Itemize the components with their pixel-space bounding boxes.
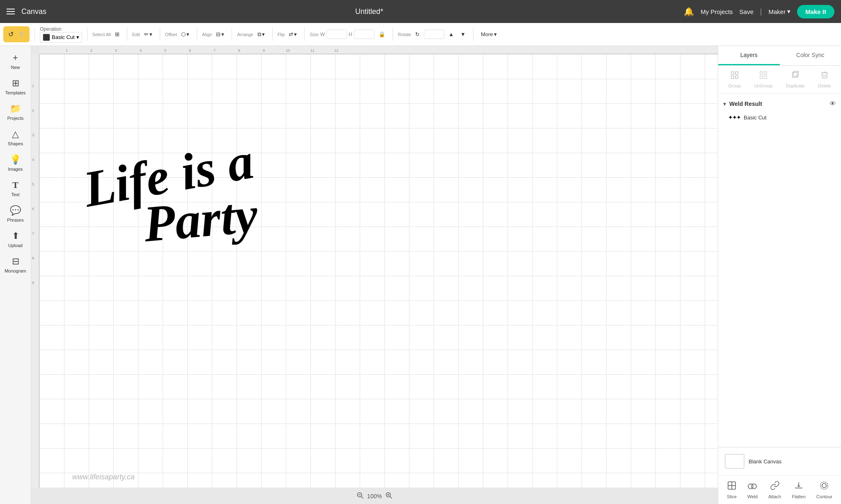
lock-icon: 🔒 xyxy=(379,31,385,37)
projects-icon: 📁 xyxy=(10,103,21,114)
flatten-label: Flatten xyxy=(792,494,806,499)
more-button[interactable]: More ▾ xyxy=(478,30,499,39)
tab-color-sync[interactable]: Color Sync xyxy=(780,46,841,65)
flip-button[interactable]: ⇄ ▾ xyxy=(286,30,299,39)
visibility-toggle-icon[interactable]: 👁 xyxy=(830,100,836,108)
contour-button[interactable]: Contour xyxy=(813,479,836,501)
sidebar-item-templates[interactable]: ⊞ Templates xyxy=(2,75,30,99)
zoom-in-button[interactable] xyxy=(385,492,393,501)
sidebar-item-images[interactable]: 💡 Images xyxy=(2,151,30,175)
svg-point-49 xyxy=(820,482,828,489)
svg-text:1: 1 xyxy=(32,84,34,88)
bell-icon[interactable]: 🔔 xyxy=(684,7,694,16)
images-icon: 💡 xyxy=(10,154,21,165)
weld-button[interactable]: Weld xyxy=(744,479,761,501)
rotate-input[interactable] xyxy=(424,30,444,39)
maker-label: Maker xyxy=(768,8,786,15)
ungroup-button[interactable]: UnGroup xyxy=(751,69,776,90)
toolbar-separator-1 xyxy=(34,28,35,41)
redo-button[interactable]: ↻ xyxy=(17,29,27,40)
delete-icon xyxy=(820,71,829,82)
align-button[interactable]: ⊟ ▾ xyxy=(214,30,227,39)
sidebar-item-upload[interactable]: ⬆ Upload xyxy=(2,227,30,251)
arrange-icon: ⧉ xyxy=(257,31,261,38)
attach-icon xyxy=(770,481,780,493)
delete-label: Delete xyxy=(818,83,831,88)
group-label: Group xyxy=(728,83,741,88)
topbar-divider: | xyxy=(760,7,762,16)
upload-icon: ⬆ xyxy=(12,231,19,241)
attach-button[interactable]: Attach xyxy=(765,479,784,501)
edit-button[interactable]: ✏ ▾ xyxy=(142,30,155,39)
toolbar-separator-9 xyxy=(393,28,393,41)
weld-icon xyxy=(747,481,757,493)
sidebar-item-phrases[interactable]: 💬 Phrases xyxy=(2,202,30,226)
toolbar-separator-8 xyxy=(304,28,305,41)
right-panel-bottom: Blank Canvas xyxy=(718,447,841,475)
canvas-zoom-controls: 100% xyxy=(356,492,393,501)
offset-group: Offset ⬡ ▾ xyxy=(165,30,192,39)
arrange-button[interactable]: ⧉ ▾ xyxy=(255,30,267,39)
flatten-icon xyxy=(794,481,804,493)
my-projects-link[interactable]: My Projects xyxy=(701,8,733,15)
rotate-label: Rotate xyxy=(398,32,411,37)
svg-text:Party: Party xyxy=(141,186,260,251)
lock-ratio-button[interactable]: 🔒 xyxy=(376,30,388,39)
menu-icon[interactable] xyxy=(7,9,15,14)
offset-label: Offset xyxy=(165,32,177,37)
flatten-button[interactable]: Flatten xyxy=(788,479,809,501)
save-button[interactable]: Save xyxy=(740,8,754,15)
maker-dropdown[interactable]: Maker ▾ xyxy=(768,8,790,15)
sidebar-item-projects[interactable]: 📁 Projects xyxy=(2,100,30,124)
tab-layers-label: Layers xyxy=(740,52,758,58)
blank-canvas-button[interactable]: Blank Canvas xyxy=(723,452,836,470)
edit-label: Edit xyxy=(132,32,140,37)
make-it-button[interactable]: Make It xyxy=(797,5,834,18)
select-all-button[interactable]: ⊞ xyxy=(113,30,122,39)
undo-button[interactable]: ↺ xyxy=(6,29,16,40)
group-button[interactable]: Group xyxy=(725,69,744,90)
rotate-stepper-down[interactable]: ▼ xyxy=(458,30,468,39)
svg-line-26 xyxy=(361,497,363,499)
slice-button[interactable]: Slice xyxy=(724,479,740,501)
sidebar-item-label-monogram: Monogram xyxy=(5,268,26,273)
svg-point-46 xyxy=(751,484,756,489)
canvas-area[interactable]: 1 2 3 4 5 6 7 8 9 10 11 12 1 2 3 4 xyxy=(31,46,718,504)
operation-value: Basic Cut xyxy=(52,34,75,40)
sidebar-item-new[interactable]: + New xyxy=(2,49,30,73)
tab-layers[interactable]: Layers xyxy=(718,46,780,65)
sidebar-item-text[interactable]: T Text xyxy=(2,176,30,200)
sidebar-item-shapes[interactable]: △ Shapes xyxy=(2,126,30,149)
rotate-stepper-up[interactable]: ▲ xyxy=(446,30,456,39)
duplicate-button[interactable]: Duplicate xyxy=(783,69,808,90)
delete-button[interactable]: Delete xyxy=(815,69,834,90)
zoom-out-button[interactable] xyxy=(356,492,364,501)
width-input[interactable] xyxy=(326,30,347,39)
sidebar-item-label-text: Text xyxy=(11,192,19,197)
layer-basic-cut[interactable]: ✦✦✦ Basic Cut xyxy=(722,111,838,124)
offset-button[interactable]: ⬡ ▾ xyxy=(179,30,192,39)
align-icon: ⊟ xyxy=(216,31,221,37)
layers-weld-result-header[interactable]: ▾ Weld Result 👁 xyxy=(722,97,838,111)
weld-label: Weld xyxy=(747,494,758,499)
svg-text:7: 7 xyxy=(32,231,34,236)
toolbar-separator-7 xyxy=(272,28,273,41)
right-panel-tabs: Layers Color Sync xyxy=(718,46,841,66)
contour-icon xyxy=(819,481,829,493)
svg-text:5: 5 xyxy=(164,48,166,53)
rotate-icon[interactable]: ↻ xyxy=(413,30,422,39)
sidebar-item-monogram[interactable]: ⊟ Monogram xyxy=(2,253,30,277)
maker-chevron-icon: ▾ xyxy=(787,8,790,15)
bottom-tools: Slice Weld Attach xyxy=(718,475,841,504)
operation-select[interactable]: Basic Cut ▾ xyxy=(40,32,82,43)
align-chevron-icon: ▾ xyxy=(221,31,224,37)
svg-rect-37 xyxy=(764,72,767,74)
canvas-artwork: Life is a Party xyxy=(72,112,278,251)
flip-icon: ⇄ xyxy=(289,31,293,37)
undo-redo-group: ↺ ↻ xyxy=(3,26,30,42)
more-chevron-icon: ▾ xyxy=(494,31,497,37)
layer-icons: ✦✦✦ xyxy=(728,114,740,121)
rotate-group: Rotate ↻ ▲ ▼ xyxy=(398,30,468,39)
height-input[interactable] xyxy=(354,30,375,39)
align-group: Align ⊟ ▾ xyxy=(202,30,227,39)
